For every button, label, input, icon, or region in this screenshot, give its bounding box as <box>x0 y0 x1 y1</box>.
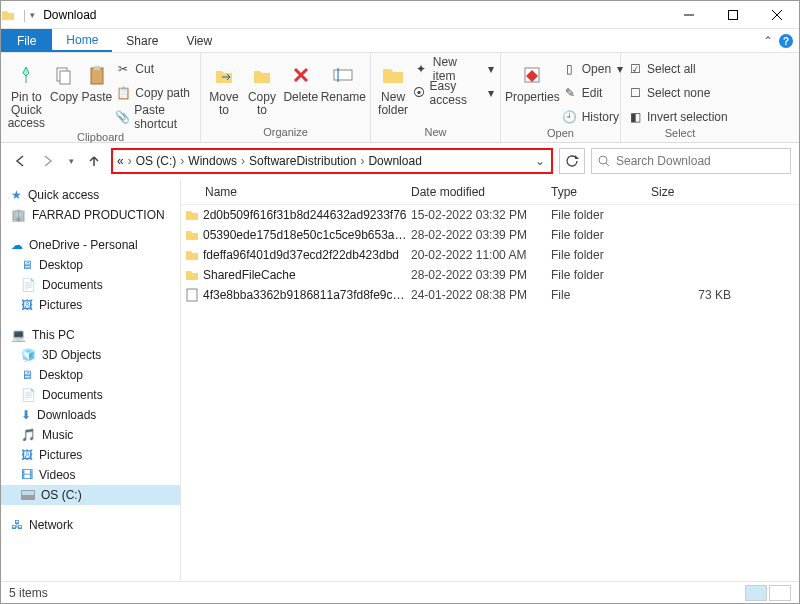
copy-to-button[interactable]: Copy to <box>243 55 281 117</box>
desktop-icon: 🖥 <box>21 258 33 272</box>
sidebar-item-quick-access[interactable]: ★Quick access <box>1 185 180 205</box>
group-select: ☑Select all ☐Select none ◧Invert selecti… <box>621 53 739 142</box>
file-date: 28-02-2022 03:39 PM <box>411 228 551 242</box>
address-dropdown-icon[interactable]: ⌄ <box>535 154 545 168</box>
sidebar-item-od-pictures[interactable]: 🖼Pictures <box>1 295 180 315</box>
rename-button[interactable]: Rename <box>321 55 366 104</box>
svg-rect-10 <box>187 289 197 301</box>
new-folder-button[interactable]: New folder <box>375 55 411 117</box>
network-icon: 🖧 <box>11 518 23 532</box>
rename-icon <box>333 59 353 91</box>
sidebar-item-network[interactable]: 🖧Network <box>1 515 180 535</box>
move-to-button[interactable]: Move to <box>205 55 243 117</box>
folder-icon <box>181 269 203 281</box>
file-type: File folder <box>551 208 651 222</box>
pin-to-quick-access-button[interactable]: Pin to Quick access <box>5 55 48 131</box>
properties-button[interactable]: Properties <box>505 55 560 104</box>
edit-button[interactable]: ✎Edit <box>560 83 625 103</box>
sidebar-item-pc-documents[interactable]: 📄Documents <box>1 385 180 405</box>
invert-selection-button[interactable]: ◧Invert selection <box>625 107 730 127</box>
delete-button[interactable]: Delete <box>281 55 321 104</box>
window-title: Download <box>43 8 96 22</box>
file-type: File <box>551 288 651 302</box>
column-type[interactable]: Type <box>551 185 651 199</box>
column-date[interactable]: Date modified <box>411 185 551 199</box>
forward-button[interactable] <box>37 150 59 172</box>
icons-view-button[interactable] <box>769 585 791 601</box>
sidebar-item-3d-objects[interactable]: 🧊3D Objects <box>1 345 180 365</box>
table-row[interactable]: SharedFileCache28-02-2022 03:39 PMFile f… <box>181 265 799 285</box>
sidebar-item-this-pc[interactable]: 💻This PC <box>1 325 180 345</box>
address-bar[interactable]: «› OS (C:)› Windows› SoftwareDistributio… <box>111 148 553 174</box>
up-button[interactable] <box>83 150 105 172</box>
sidebar-item-pc-pictures[interactable]: 🖼Pictures <box>1 445 180 465</box>
search-input[interactable]: Search Download <box>591 148 791 174</box>
cut-button[interactable]: ✂Cut <box>113 59 196 79</box>
file-date: 24-01-2022 08:38 PM <box>411 288 551 302</box>
sidebar-item-farrad[interactable]: 🏢FARRAD PRODUCTION <box>1 205 180 225</box>
tab-view[interactable]: View <box>172 29 226 52</box>
ribbon-collapse-icon[interactable]: ⌃ <box>763 34 773 48</box>
copy-path-button[interactable]: 📋Copy path <box>113 83 196 103</box>
help-icon[interactable]: ? <box>779 34 793 48</box>
table-row[interactable]: 05390ede175d18e50c1c5ce9b653a4cc28-02-20… <box>181 225 799 245</box>
paste-button[interactable]: Paste <box>81 55 114 104</box>
drive-icon <box>21 490 35 500</box>
pin-icon <box>16 59 36 91</box>
svg-rect-2 <box>60 71 70 84</box>
table-row[interactable]: fdeffa96f401d9d37ecd2f22db423dbd20-02-20… <box>181 245 799 265</box>
qat-dropdown-icon[interactable]: ▾ <box>30 10 35 20</box>
easy-access-button[interactable]: ⦿Easy access▾ <box>411 83 496 103</box>
new-item-icon: ✦ <box>413 62 429 76</box>
downloads-icon: ⬇ <box>21 408 31 422</box>
file-menu[interactable]: File <box>1 29 52 52</box>
folder-icon <box>181 229 203 241</box>
sidebar-item-onedrive[interactable]: ☁OneDrive - Personal <box>1 235 180 255</box>
sidebar-item-pc-videos[interactable]: 🎞Videos <box>1 465 180 485</box>
paste-shortcut-button[interactable]: 📎Paste shortcut <box>113 107 196 127</box>
tab-share[interactable]: Share <box>112 29 172 52</box>
nav-pane: ★Quick access 🏢FARRAD PRODUCTION ☁OneDri… <box>1 179 181 581</box>
ribbon-tabs: File Home Share View ⌃ ? <box>1 29 799 53</box>
minimize-button[interactable] <box>667 1 711 29</box>
details-view-button[interactable] <box>745 585 767 601</box>
select-none-button[interactable]: ☐Select none <box>625 83 730 103</box>
sidebar-item-pc-downloads[interactable]: ⬇Downloads <box>1 405 180 425</box>
svg-rect-9 <box>22 491 34 495</box>
maximize-button[interactable] <box>711 1 755 29</box>
ribbon: Pin to Quick access Copy Paste ✂Cut 📋Cop… <box>1 53 799 143</box>
copy-button[interactable]: Copy <box>48 55 81 104</box>
sidebar-item-pc-desktop[interactable]: 🖥Desktop <box>1 365 180 385</box>
system-folder-icon <box>1 8 15 22</box>
table-row[interactable]: 4f3e8bba3362b9186811a73fd8fe9cd283...24-… <box>181 285 799 305</box>
file-name: fdeffa96f401d9d37ecd2f22db423dbd <box>203 248 411 262</box>
sidebar-item-od-documents[interactable]: 📄Documents <box>1 275 180 295</box>
file-name: SharedFileCache <box>203 268 411 282</box>
file-type: File folder <box>551 268 651 282</box>
svg-rect-5 <box>334 70 352 80</box>
new-item-button[interactable]: ✦New item▾ <box>411 59 496 79</box>
history-button[interactable]: 🕘History <box>560 107 625 127</box>
column-name[interactable]: Name <box>181 185 411 199</box>
file-type: File folder <box>551 228 651 242</box>
copy-to-icon <box>252 59 272 91</box>
tab-home[interactable]: Home <box>52 29 112 52</box>
close-button[interactable] <box>755 1 799 29</box>
sidebar-item-od-desktop[interactable]: 🖥Desktop <box>1 255 180 275</box>
back-button[interactable] <box>9 150 31 172</box>
column-headers[interactable]: Name Date modified Type Size <box>181 179 799 205</box>
select-none-icon: ☐ <box>627 86 643 100</box>
refresh-button[interactable] <box>559 148 585 174</box>
status-bar: 5 items <box>1 581 799 603</box>
column-size[interactable]: Size <box>651 185 751 199</box>
sidebar-item-pc-music[interactable]: 🎵Music <box>1 425 180 445</box>
select-all-button[interactable]: ☑Select all <box>625 59 730 79</box>
open-button[interactable]: ▯Open▾ <box>560 59 625 79</box>
recent-dropdown[interactable]: ▾ <box>65 150 77 172</box>
folder-icon <box>181 209 203 221</box>
file-date: 20-02-2022 11:00 AM <box>411 248 551 262</box>
svg-point-7 <box>599 156 607 164</box>
sidebar-item-os-c[interactable]: OS (C:) <box>1 485 180 505</box>
table-row[interactable]: 2d0b509f616f31b8d244632ad9233f7615-02-20… <box>181 205 799 225</box>
breadcrumb[interactable]: «› OS (C:)› Windows› SoftwareDistributio… <box>117 154 422 168</box>
